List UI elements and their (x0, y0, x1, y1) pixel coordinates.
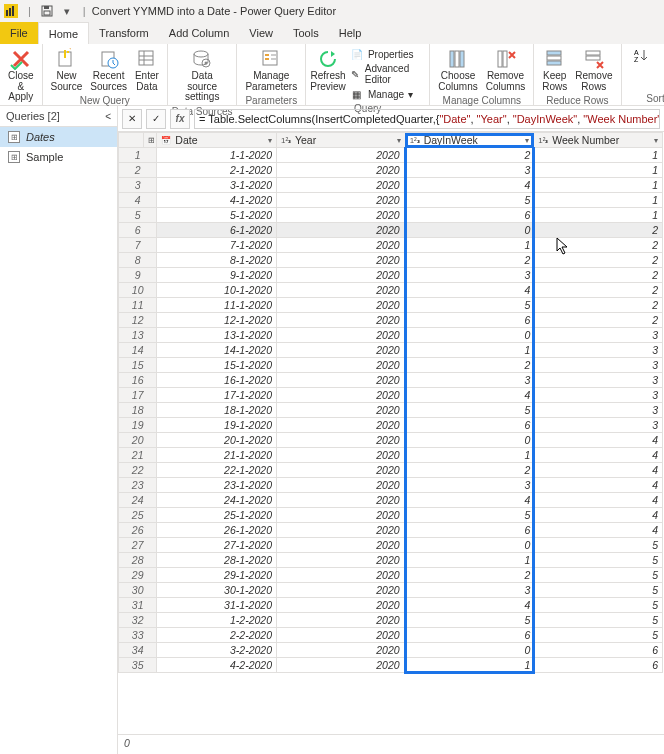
row-number[interactable]: 8 (119, 253, 157, 268)
cell[interactable]: 2 (534, 223, 663, 238)
cell[interactable]: 10-1-2020 (157, 283, 277, 298)
row-number[interactable]: 7 (119, 238, 157, 253)
table-row[interactable]: 343-2-2020202006 (119, 643, 663, 658)
table-row[interactable]: 11-1-2020202021 (119, 148, 663, 163)
cell[interactable]: 14-1-2020 (157, 343, 277, 358)
cell[interactable]: 6 (405, 523, 534, 538)
remove-rows-button[interactable]: Remove Rows (571, 46, 616, 94)
cell[interactable]: 1 (405, 448, 534, 463)
cell[interactable]: 2020 (276, 583, 405, 598)
row-number[interactable]: 17 (119, 388, 157, 403)
cell[interactable]: 2020 (276, 553, 405, 568)
remove-columns-button[interactable]: Remove Columns (482, 46, 529, 94)
table-row[interactable]: 77-1-2020202012 (119, 238, 663, 253)
advanced-editor-button[interactable]: ✎Advanced Editor (350, 62, 421, 86)
column-header-weeknumber[interactable]: 1²₃Week Number▾ (534, 133, 663, 148)
cell[interactable]: 27-1-2020 (157, 538, 277, 553)
cell[interactable]: 2020 (276, 628, 405, 643)
cell[interactable]: 2020 (276, 463, 405, 478)
table-row[interactable]: 2828-1-2020202015 (119, 553, 663, 568)
row-number[interactable]: 2 (119, 163, 157, 178)
cell[interactable]: 2020 (276, 253, 405, 268)
cell[interactable]: 6 (405, 313, 534, 328)
row-number[interactable]: 27 (119, 538, 157, 553)
cell[interactable]: 3 (534, 418, 663, 433)
cell[interactable]: 2-1-2020 (157, 163, 277, 178)
recent-sources-button[interactable]: Recent Sources (86, 46, 131, 94)
formula-cancel-button[interactable]: ✕ (122, 109, 142, 129)
cell[interactable]: 3 (405, 163, 534, 178)
cell[interactable]: 5 (534, 583, 663, 598)
cell[interactable]: 2 (534, 268, 663, 283)
tab-tools[interactable]: Tools (283, 22, 329, 44)
cell[interactable]: 5 (405, 613, 534, 628)
row-number[interactable]: 10 (119, 283, 157, 298)
cell[interactable]: 5 (534, 553, 663, 568)
new-source-button[interactable]: ✦ New Source (47, 46, 87, 94)
cell[interactable]: 2020 (276, 448, 405, 463)
data-source-settings-button[interactable]: Data source settings (172, 46, 233, 105)
cell[interactable]: 2020 (276, 433, 405, 448)
cell[interactable]: 5 (405, 508, 534, 523)
table-row[interactable]: 354-2-2020202016 (119, 658, 663, 673)
cell[interactable]: 23-1-2020 (157, 478, 277, 493)
cell[interactable]: 7-1-2020 (157, 238, 277, 253)
table-row[interactable]: 2323-1-2020202034 (119, 478, 663, 493)
cell[interactable]: 2020 (276, 208, 405, 223)
row-number[interactable]: 30 (119, 583, 157, 598)
cell[interactable]: 4 (534, 508, 663, 523)
cell[interactable]: 6-1-2020 (157, 223, 277, 238)
cell[interactable]: 30-1-2020 (157, 583, 277, 598)
row-number[interactable]: 6 (119, 223, 157, 238)
row-number[interactable]: 5 (119, 208, 157, 223)
formula-input[interactable]: = Table.SelectColumns(InsertCompletedQua… (194, 109, 660, 129)
table-row[interactable]: 2626-1-2020202064 (119, 523, 663, 538)
table-row[interactable]: 1616-1-2020202033 (119, 373, 663, 388)
cell[interactable]: 1 (405, 553, 534, 568)
cell[interactable]: 3 (405, 478, 534, 493)
cell[interactable]: 0 (405, 223, 534, 238)
row-number[interactable]: 12 (119, 313, 157, 328)
table-row[interactable]: 55-1-2020202061 (119, 208, 663, 223)
cell[interactable]: 6 (405, 418, 534, 433)
tab-help[interactable]: Help (329, 22, 372, 44)
cell[interactable]: 4-1-2020 (157, 193, 277, 208)
cell[interactable]: 29-1-2020 (157, 568, 277, 583)
properties-button[interactable]: 📄Properties (350, 46, 421, 62)
cell[interactable]: 16-1-2020 (157, 373, 277, 388)
cell[interactable]: 1 (405, 658, 534, 673)
cell[interactable]: 3 (534, 343, 663, 358)
table-row[interactable]: 2020-1-2020202004 (119, 433, 663, 448)
cell[interactable]: 0 (405, 433, 534, 448)
refresh-preview-button[interactable]: Refresh Preview (310, 46, 346, 102)
cell[interactable]: 2020 (276, 268, 405, 283)
column-header-dayinweek[interactable]: 1²₃DayInWeek▾ (405, 133, 534, 148)
cell[interactable]: 2020 (276, 178, 405, 193)
cell[interactable]: 2 (534, 283, 663, 298)
cell[interactable]: 2020 (276, 238, 405, 253)
enter-data-button[interactable]: Enter Data (131, 46, 163, 94)
manage-query-button[interactable]: ▦Manage ▾ (350, 86, 421, 102)
table-row[interactable]: 44-1-2020202051 (119, 193, 663, 208)
cell[interactable]: 5 (534, 598, 663, 613)
cell[interactable]: 26-1-2020 (157, 523, 277, 538)
cell[interactable]: 3 (534, 358, 663, 373)
cell[interactable]: 3 (534, 373, 663, 388)
cell[interactable]: 5 (534, 538, 663, 553)
cell[interactable]: 0 (405, 538, 534, 553)
row-number[interactable]: 29 (119, 568, 157, 583)
cell[interactable]: 31-1-2020 (157, 598, 277, 613)
data-grid[interactable]: ⊞ 📅Date▾ 1²₃Year▾ 1²₃DayInWeek▾ 1²₃Week … (118, 132, 664, 734)
cell[interactable]: 4 (405, 493, 534, 508)
row-number[interactable]: 26 (119, 523, 157, 538)
row-number[interactable]: 24 (119, 493, 157, 508)
cell[interactable]: 2020 (276, 193, 405, 208)
cell[interactable]: 2020 (276, 163, 405, 178)
row-number[interactable]: 4 (119, 193, 157, 208)
formula-commit-button[interactable]: ✓ (146, 109, 166, 129)
table-row[interactable]: 22-1-2020202031 (119, 163, 663, 178)
cell[interactable]: 2 (534, 298, 663, 313)
cell[interactable]: 4 (534, 478, 663, 493)
query-item-sample[interactable]: ⊞ Sample (0, 147, 117, 167)
cell[interactable]: 2 (405, 253, 534, 268)
